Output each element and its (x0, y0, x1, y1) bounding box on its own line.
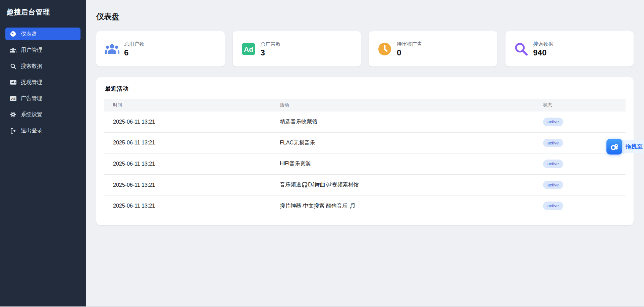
gauge-icon (10, 31, 16, 37)
cell-activity: HiFi音乐资源 (271, 154, 534, 175)
sidebar-item-search-data[interactable]: 搜索数据 (5, 60, 80, 73)
column-header-activity: 活动 (271, 99, 534, 112)
clock-icon (377, 42, 392, 56)
baidu-netdisk-icon[interactable] (606, 139, 622, 155)
sidebar-item-ads[interactable]: Ad 广告管理 (5, 92, 80, 105)
panel-title: 最近活动 (105, 85, 626, 93)
stat-label: 待审核广告 (397, 41, 422, 47)
activity-table: 时间 活动 状态 2025-06-11 13:21 精选音乐收藏馆 active… (104, 99, 626, 216)
table-row: 2025-06-11 13:21 FLAC无损音乐 active (104, 132, 626, 154)
status-badge: active (543, 181, 563, 189)
stat-value: 3 (261, 49, 281, 57)
sidebar: 趣搜后台管理 仪表盘 用户管理 搜索数据 提现管理 (0, 0, 86, 307)
sidebar-item-dashboard[interactable]: 仪表盘 (5, 28, 80, 40)
page-title: 仪表盘 (96, 11, 634, 22)
sidebar-item-users[interactable]: 用户管理 (5, 44, 80, 56)
cell-time: 2025-06-11 13:21 (104, 132, 271, 154)
column-header-time: 时间 (104, 99, 271, 112)
netdisk-drag-label: 拖拽至 (620, 140, 644, 153)
cell-time: 2025-06-11 13:21 (104, 112, 271, 132)
status-badge: active (543, 118, 563, 126)
table-header-row: 时间 活动 状态 (104, 99, 626, 112)
netdisk-drag-overlay: 拖拽至 (606, 139, 644, 155)
stat-value: 0 (397, 49, 422, 57)
cell-activity: 精选音乐收藏馆 (271, 112, 534, 132)
users-icon (105, 42, 119, 56)
status-badge: active (543, 160, 563, 168)
cash-icon (10, 79, 16, 86)
main-content: 仪表盘 总用户数 6 Ad 总广告数 3 待审核广 (86, 0, 644, 307)
stat-cards: 总用户数 6 Ad 总广告数 3 待审核广告 0 (96, 31, 634, 67)
status-badge: active (543, 202, 563, 210)
cell-activity: FLAC无损音乐 (271, 132, 534, 154)
sidebar-item-label: 搜索数据 (21, 63, 42, 70)
table-row: 2025-06-11 13:21 精选音乐收藏馆 active (104, 112, 626, 132)
stat-label: 总用户数 (124, 41, 144, 47)
sidebar-item-label: 用户管理 (21, 47, 42, 54)
sidebar-item-label: 仪表盘 (21, 31, 37, 38)
stat-card-search-data: 搜索数据 940 (505, 31, 634, 67)
sidebar-nav: 仪表盘 用户管理 搜索数据 提现管理 Ad 广告管理 (0, 28, 86, 137)
sidebar-item-label: 广告管理 (21, 95, 42, 102)
stat-value: 6 (124, 49, 144, 57)
column-header-status: 状态 (534, 99, 626, 112)
sidebar-item-label: 退出登录 (21, 127, 42, 134)
stat-value: 940 (533, 49, 553, 57)
cell-activity: 搜片神器-中文搜索 酷狗音乐 🎵 (271, 195, 534, 216)
gear-icon (10, 111, 16, 118)
sidebar-item-withdrawals[interactable]: 提现管理 (5, 76, 80, 89)
sidebar-item-label: 提现管理 (21, 79, 42, 86)
sidebar-item-settings[interactable]: 系统设置 (5, 108, 80, 121)
ad-icon: Ad (10, 95, 16, 102)
users-icon (10, 47, 16, 53)
stat-card-pending-ads: 待审核广告 0 (369, 31, 497, 67)
search-icon (514, 42, 529, 56)
table-row: 2025-06-11 13:21 搜片神器-中文搜索 酷狗音乐 🎵 active (104, 195, 626, 216)
stat-card-total-users: 总用户数 6 (96, 31, 225, 67)
recent-activity-panel: 最近活动 时间 活动 状态 2025-06-11 13:21 精选音乐收藏馆 a… (96, 77, 634, 225)
sidebar-item-label: 系统设置 (21, 111, 42, 118)
cell-time: 2025-06-11 13:21 (104, 154, 271, 175)
search-icon (10, 63, 16, 70)
sidebar-item-logout[interactable]: 退出登录 (5, 124, 80, 137)
ad-icon: Ad (241, 42, 256, 56)
svg-text:Ad: Ad (244, 45, 253, 53)
status-badge: active (543, 139, 563, 147)
stat-label: 搜索数据 (533, 41, 553, 47)
logout-icon (10, 127, 16, 134)
app-title: 趣搜后台管理 (0, 0, 86, 24)
cell-time: 2025-06-11 13:21 (104, 174, 271, 195)
stat-card-total-ads: Ad 总广告数 3 (233, 31, 361, 67)
cell-activity: 音乐频道🎧DJ舞曲🎶视频素材馆 (271, 174, 534, 195)
cell-time: 2025-06-11 13:21 (104, 195, 271, 216)
table-row: 2025-06-11 13:21 音乐频道🎧DJ舞曲🎶视频素材馆 active (104, 174, 626, 195)
svg-text:Ad: Ad (11, 97, 15, 100)
table-row: 2025-06-11 13:21 HiFi音乐资源 active (104, 154, 626, 175)
stat-label: 总广告数 (261, 41, 281, 47)
